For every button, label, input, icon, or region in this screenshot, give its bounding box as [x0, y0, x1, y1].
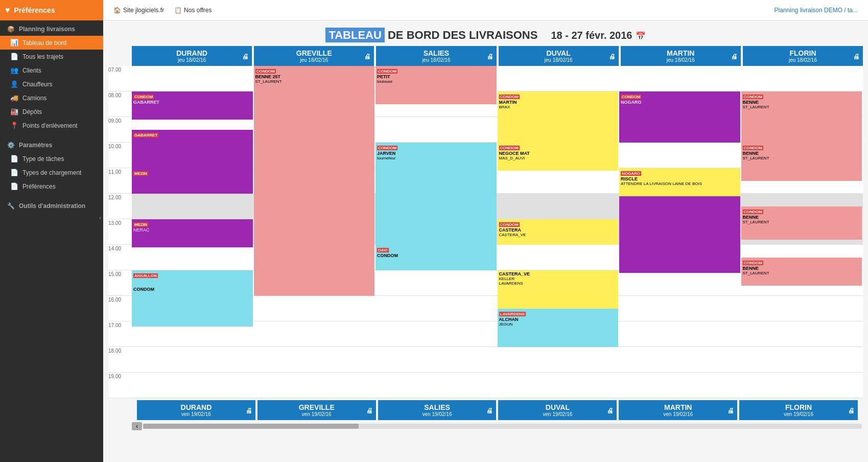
nav-site[interactable]: 🏠 Site jlogiciels.fr — [113, 7, 164, 14]
date-range: 18 - 27 févr. 2016 — [551, 30, 632, 41]
event-martin-3[interactable] — [619, 196, 740, 273]
event-durand-6[interactable]: CONDOM — [132, 286, 253, 327]
brand-bar[interactable]: ♥ Préférences — [0, 0, 103, 20]
event-duval-5[interactable]: LAVARDENS ALCHAN JEGUN — [498, 309, 619, 347]
divider-1 — [0, 132, 103, 136]
time-1700: 17.00 — [108, 321, 132, 347]
sidebar-item-tableau[interactable]: 📊 Tableau de bord — [0, 36, 103, 50]
scroll-area[interactable]: ‹ — [108, 422, 863, 430]
sidebar-item-clients[interactable]: 👥 Clients — [0, 63, 103, 77]
calendar-icon[interactable]: 📅 — [636, 32, 646, 40]
sidebar-item-depots[interactable]: 🏭 Dépôts — [0, 105, 103, 119]
home-icon: 🏠 — [113, 7, 121, 14]
sidebar-item-points[interactable]: 📍 Points d'enlèvement — [0, 119, 103, 132]
print-footer-salies[interactable]: 🖨 — [486, 406, 493, 414]
event-label: LAVARDENS — [499, 312, 526, 316]
event-sub: KELLER — [499, 276, 617, 281]
print-footer-martin[interactable]: 🖨 — [728, 406, 734, 414]
event-greville-2[interactable] — [254, 104, 375, 296]
nav-site-label: Site jlogiciels.fr — [123, 7, 164, 14]
time-1400: 14.00 — [108, 245, 132, 270]
footer-greville: GREVILLE ven 19/02/16 🖨 — [257, 400, 376, 420]
sidebar-collapse[interactable]: ‹ — [0, 213, 103, 223]
scrollbar-thumb[interactable] — [143, 424, 359, 429]
event-place: BENNE — [743, 100, 861, 105]
sidebar-item-trajets[interactable]: 📄 Tous les trajets — [0, 50, 103, 63]
print-footer-florin[interactable]: 🖨 — [848, 406, 855, 414]
print-duval[interactable]: 🖨 — [609, 52, 616, 60]
nav-offres[interactable]: 📋 Nos offres — [174, 7, 212, 14]
admin-icon: 🔧 — [7, 202, 15, 210]
event-place: CONDOM — [377, 253, 495, 258]
event-durand-4[interactable]: MEZIN NERAC — [132, 219, 253, 247]
event-salies-3[interactable]: DAVI CONDOM — [376, 245, 497, 270]
footer-durand: DURAND ven 19/02/16 🖨 — [137, 400, 255, 420]
event-label: MEZIN — [133, 222, 148, 227]
title-rest: DE BORD DES LIVRAISONS — [385, 29, 537, 41]
page-header: TABLEAU DE BORD DES LIVRAISONS 18 - 27 f… — [103, 20, 868, 46]
print-durand[interactable]: 🖨 — [242, 52, 249, 60]
event-durand-2[interactable]: GABARRET — [132, 130, 253, 168]
time-1900: 19.00 — [108, 373, 132, 398]
event-salies-1[interactable]: CONDOM PETIT toulouse — [376, 66, 497, 104]
header-salies-name: SALIES — [424, 49, 450, 57]
print-greville[interactable]: 🖨 — [364, 52, 371, 60]
footer-salies: SALIES ven 19/02/16 🖨 — [378, 400, 497, 420]
scroll-left-btn[interactable]: ‹ — [132, 422, 142, 430]
sidebar-item-chargement[interactable]: 📄 Types de chargement — [0, 166, 103, 179]
event-martin-2[interactable]: NOGARO RISCLE ATTENDRE LA LIVRAISON LAIN… — [619, 168, 740, 196]
sidebar-section-parametres: ⚙️ Paramètres — [0, 136, 103, 152]
planner: DURAND jeu 18/02/16 🖨 GREVILLE jeu 18/02… — [103, 46, 868, 430]
event-sub: MAS_D_AUVI — [499, 156, 617, 160]
event-durand-5[interactable]: AIGUILLON — [132, 270, 253, 286]
print-martin[interactable]: 🖨 — [731, 52, 738, 60]
print-footer-durand[interactable]: 🖨 — [246, 406, 252, 414]
footer-florin: FLORIN ven 19/02/16 🖨 — [739, 400, 858, 420]
header-greville: GREVILLE jeu 18/02/16 🖨 — [254, 46, 374, 66]
event-durand-1[interactable]: CONDOM GABARRET — [132, 91, 253, 120]
event-florin-2[interactable]: CONDOM BENNE ST_LAURENT — [741, 143, 862, 181]
event-duval-1[interactable]: CONDOM MARTIN BRAX — [498, 91, 619, 143]
event-label: CONDOM — [377, 69, 397, 74]
nav-offres-label: Nos offres — [184, 7, 212, 14]
depots-icon: 🏭 — [10, 108, 18, 115]
topbar: ♥ Préférences 🏠 Site jlogiciels.fr 📋 Nos… — [0, 0, 868, 20]
sidebar-section-admin: 🔧 Outils d'administration — [0, 197, 103, 213]
event-duval-4[interactable]: CASTERA_VE KELLER LAVARDENS — [498, 270, 619, 309]
header-durand: DURAND jeu 18/02/16 🖨 — [132, 46, 252, 66]
parametres-icon: ⚙️ — [7, 142, 15, 149]
brand-label: Préférences — [14, 6, 55, 14]
print-salies[interactable]: 🖨 — [487, 52, 494, 60]
schedule-grid: 07.00 08.00 09.00 10.00 11.00 12.00 13.0… — [108, 66, 863, 398]
event-greville-1[interactable]: CONDOM BENNE 25T ST_LAURENT — [254, 66, 375, 104]
event-sub: ST_LAURENT — [743, 271, 861, 275]
sidebar-item-camions[interactable]: 🚚 Camions — [0, 91, 103, 105]
event-label: CONDOM — [377, 146, 397, 150]
sidebar-item-preferences[interactable]: 📄 Préférences — [0, 179, 103, 193]
event-duval-3[interactable]: CONDOM CASTERA CASTERA_VE — [498, 219, 619, 245]
schedule-florin: CONDOM BENNE ST_LAURENT CONDOM BENNE ST_… — [741, 66, 863, 398]
event-durand-3[interactable]: MEZIN — [132, 168, 253, 194]
sidebar-points-label: Points d'enlèvement — [22, 122, 78, 129]
print-footer-greville[interactable]: 🖨 — [366, 406, 373, 414]
chargement-icon: 📄 — [10, 169, 18, 176]
event-salies-2[interactable]: CONDOM JARVEN tournefeur — [376, 143, 497, 245]
footer-salies-date: ven 19/02/16 — [423, 411, 452, 417]
sidebar-item-taches[interactable]: 📄 Type de tâches — [0, 152, 103, 166]
heart-icon: ♥ — [5, 6, 10, 15]
topbar-right-link[interactable]: Planning livraison DEMO / ta... — [775, 7, 868, 14]
print-footer-duval[interactable]: 🖨 — [607, 406, 614, 414]
event-florin-3[interactable]: CONDOM BENNE ST_LAURENT — [741, 206, 862, 240]
event-duval-2[interactable]: CONDOM NEGOCE MAT MAS_D_AUVI — [498, 143, 619, 171]
sidebar-item-chauffeurs[interactable]: 👤 Chauffeurs — [0, 77, 103, 91]
event-florin-4[interactable]: CONDOM BENNE ST_LAURENT — [741, 258, 862, 286]
scrollbar-track[interactable] — [143, 424, 862, 429]
camions-icon: 🚚 — [10, 94, 18, 102]
footer-duval: DUVAL ven 19/02/16 🖨 — [498, 400, 617, 420]
event-martin-1[interactable]: CONDOM NOGARO — [619, 91, 740, 143]
print-florin[interactable]: 🖨 — [853, 52, 860, 60]
schedule-salies: CONDOM PETIT toulouse CONDOM JARVEN tour… — [376, 66, 498, 398]
event-place: CONDOM — [133, 287, 251, 292]
event-florin-1[interactable]: CONDOM BENNE ST_LAURENT — [741, 91, 862, 143]
time-1100: 11.00 — [108, 168, 132, 194]
